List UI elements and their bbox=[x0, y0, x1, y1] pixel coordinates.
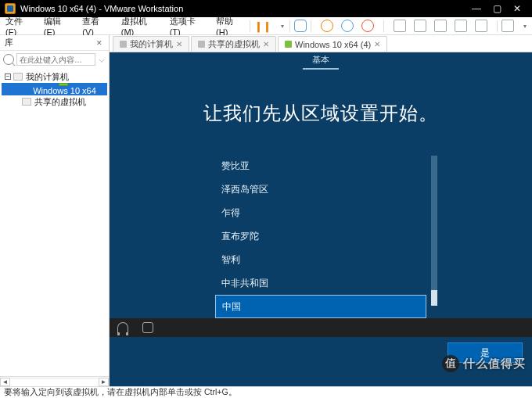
vmware-logo-icon bbox=[5, 3, 16, 14]
grid-icon-3[interactable] bbox=[430, 20, 451, 32]
oobe-subtab-bar: 基本 bbox=[110, 52, 532, 70]
library-pane: 库 ✕ − 我的计算机 Windows 10 x64 共享的虚拟机 ◄ bbox=[0, 35, 110, 386]
search-dropdown-icon[interactable] bbox=[99, 56, 104, 62]
microphone-icon[interactable] bbox=[142, 322, 153, 333]
library-hscrollbar[interactable]: ◄ ► bbox=[0, 376, 109, 386]
accessibility-icon[interactable] bbox=[117, 322, 128, 333]
grid-icon-2[interactable] bbox=[410, 20, 430, 32]
region-scrollbar[interactable] bbox=[431, 156, 437, 306]
grid-icon-5[interactable] bbox=[471, 20, 491, 32]
library-header: 库 ✕ bbox=[0, 35, 109, 51]
menu-vm[interactable]: 虚拟机(M) bbox=[116, 16, 164, 37]
close-button[interactable]: ✕ bbox=[507, 3, 527, 14]
status-text: 要将输入定向到该虚拟机，请在虚拟机内部单击或按 Ctrl+G。 bbox=[4, 387, 237, 398]
tree-root-my-computer[interactable]: − 我的计算机 bbox=[2, 70, 107, 83]
minimize-button[interactable]: — bbox=[466, 3, 487, 14]
tree-item-windows10[interactable]: Windows 10 x64 bbox=[2, 83, 107, 95]
tab-shared-vms[interactable]: 共享的虚拟机 ✕ bbox=[191, 36, 276, 52]
tree-root-label: 我的计算机 bbox=[26, 71, 69, 83]
library-close-icon[interactable]: ✕ bbox=[96, 39, 104, 47]
library-title: 库 bbox=[5, 37, 13, 48]
tab-label: 我的计算机 bbox=[130, 38, 173, 50]
yes-button[interactable]: 是 bbox=[448, 342, 523, 363]
tree-item-label: 共享的虚拟机 bbox=[34, 96, 86, 108]
tab-close-icon[interactable]: ✕ bbox=[176, 40, 182, 48]
clock-icon[interactable] bbox=[317, 20, 337, 32]
region-option[interactable]: 中国 bbox=[215, 295, 426, 318]
pause-button[interactable]: ❙❙ bbox=[250, 20, 275, 32]
scroll-left-icon[interactable]: ◄ bbox=[0, 378, 10, 386]
library-search-input[interactable] bbox=[16, 53, 95, 66]
tree-item-label: Windows 10 x64 bbox=[33, 86, 96, 95]
oobe-subtab-basic[interactable]: 基本 bbox=[303, 52, 339, 70]
revert-icon[interactable] bbox=[358, 20, 378, 32]
region-option[interactable]: 赞比亚 bbox=[215, 154, 426, 177]
tab-close-icon[interactable]: ✕ bbox=[374, 40, 380, 48]
tab-close-icon[interactable]: ✕ bbox=[263, 40, 269, 48]
tab-windows10[interactable]: Windows 10 x64 (4) ✕ bbox=[278, 36, 387, 52]
shared-icon bbox=[198, 41, 205, 48]
tab-label: 共享的虚拟机 bbox=[208, 38, 260, 50]
menu-view[interactable]: 查看(V) bbox=[77, 16, 115, 37]
grid-icon-4[interactable] bbox=[451, 20, 471, 32]
tab-label: Windows 10 x64 (4) bbox=[295, 40, 371, 49]
maximize-button[interactable]: ▢ bbox=[487, 3, 507, 14]
region-option[interactable]: 中非共和国 bbox=[215, 271, 426, 295]
collapse-icon[interactable]: − bbox=[5, 74, 11, 80]
menu-edit[interactable]: 编辑(E) bbox=[38, 16, 77, 37]
tree-item-shared[interactable]: 共享的虚拟机 bbox=[2, 95, 107, 108]
region-option[interactable]: 直布罗陀 bbox=[215, 224, 426, 248]
region-list[interactable]: 赞比亚泽西岛管区乍得直布罗陀智利中非共和国中国 bbox=[215, 154, 426, 318]
computer-icon bbox=[13, 73, 23, 81]
tabstrip: 我的计算机 ✕ 共享的虚拟机 ✕ Windows 10 x64 (4) ✕ bbox=[110, 35, 532, 52]
region-option[interactable]: 泽西岛管区 bbox=[215, 177, 426, 201]
menu-help[interactable]: 帮助(H) bbox=[210, 16, 250, 37]
statusbar: 要将输入定向到该虚拟机，请在虚拟机内部单击或按 Ctrl+G。 bbox=[0, 386, 532, 398]
oobe-tray bbox=[110, 318, 532, 337]
snapshot-button[interactable] bbox=[290, 20, 311, 32]
vm-display[interactable]: 基本 让我们先从区域设置开始。 赞比亚泽西岛管区乍得直布罗陀智利中非共和国中国 … bbox=[110, 52, 532, 386]
menu-file[interactable]: 文件(F) bbox=[0, 16, 38, 37]
oobe-heading: 让我们先从区域设置开始。 bbox=[110, 101, 532, 126]
scroll-right-icon[interactable]: ► bbox=[99, 378, 109, 386]
menubar: 文件(F) 编辑(E) 查看(V) 虚拟机(M) 选项卡(T) 帮助(H) ❙❙… bbox=[0, 17, 532, 35]
content-area: 我的计算机 ✕ 共享的虚拟机 ✕ Windows 10 x64 (4) ✕ 基本… bbox=[110, 35, 532, 386]
menu-tabs[interactable]: 选项卡(T) bbox=[164, 16, 210, 37]
library-tree: − 我的计算机 Windows 10 x64 共享的虚拟机 bbox=[0, 68, 109, 376]
search-icon bbox=[3, 54, 14, 65]
grid-icon-1[interactable] bbox=[390, 20, 410, 32]
library-search bbox=[0, 51, 109, 68]
region-option[interactable]: 乍得 bbox=[215, 201, 426, 224]
fullscreen-button[interactable] bbox=[498, 20, 518, 32]
scrollbar-thumb[interactable] bbox=[431, 290, 437, 306]
region-list-container: 赞比亚泽西岛管区乍得直布罗陀智利中非共和国中国 bbox=[215, 154, 426, 318]
snapshot-manage-icon[interactable] bbox=[337, 20, 358, 32]
home-icon bbox=[120, 41, 127, 48]
vm-icon bbox=[285, 41, 292, 48]
shared-folder-icon bbox=[22, 98, 31, 106]
region-option[interactable]: 智利 bbox=[215, 248, 426, 271]
tab-my-computer[interactable]: 我的计算机 ✕ bbox=[113, 36, 189, 52]
window-title: Windows 10 x64 (4) - VMware Workstation bbox=[20, 4, 183, 13]
